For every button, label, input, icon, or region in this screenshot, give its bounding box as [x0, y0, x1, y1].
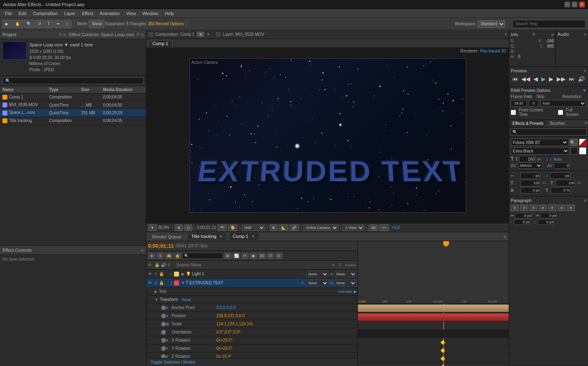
- kerning-select[interactable]: MetricsOptical: [518, 162, 542, 169]
- vt-view-select[interactable]: Active Camera: [303, 224, 338, 231]
- mask-btn[interactable]: ◉: [250, 253, 257, 259]
- tsumi-input[interactable]: [551, 187, 571, 194]
- kf-pos-1[interactable]: [440, 348, 445, 353]
- solo-btn[interactable]: S: [157, 253, 164, 259]
- prev-back[interactable]: ◀◀: [520, 75, 531, 83]
- motion-btn[interactable]: ⟳: [241, 253, 248, 259]
- layer-2-lock[interactable]: 🔒: [159, 280, 164, 286]
- menu-composition[interactable]: Composition: [30, 10, 61, 17]
- pos-stopwatch[interactable]: ⏱: [161, 314, 166, 318]
- menu-view[interactable]: View: [123, 10, 139, 17]
- project-table-row[interactable]: Title tracking Composition 0;00;04;05: [0, 117, 146, 124]
- rp-full-screen[interactable]: [558, 110, 563, 115]
- kerning-input[interactable]: [554, 162, 570, 169]
- rotate-tool[interactable]: ↺: [35, 20, 44, 28]
- project-search-input[interactable]: [2, 77, 144, 84]
- zoom-tool[interactable]: 🔍: [24, 20, 34, 28]
- effect-controls-menu[interactable]: ≡: [141, 32, 144, 37]
- font-weight-select[interactable]: Extra Black: [511, 147, 569, 155]
- space-before-input[interactable]: [514, 219, 530, 225]
- align-j3[interactable]: ≡: [558, 205, 566, 211]
- align-justify[interactable]: ≡: [539, 205, 547, 211]
- transform-header[interactable]: ▼ Transform Reset: [146, 296, 357, 304]
- scale-value[interactable]: 124.1,124.1,124.1%: [216, 322, 357, 326]
- clock-btn[interactable]: ⏱: [267, 253, 274, 259]
- snap-btn[interactable]: ⊡: [275, 253, 283, 259]
- hand-tool[interactable]: ✋: [12, 20, 23, 28]
- spacing-input-2[interactable]: [550, 172, 571, 179]
- vt-grid[interactable]: ⊞: [270, 224, 278, 231]
- kf-scale-1[interactable]: [440, 356, 445, 361]
- layer-2-mode[interactable]: None: [306, 280, 329, 286]
- font-family-select[interactable]: Futura XBlk BT: [511, 139, 568, 146]
- vt-quality-select[interactable]: HalfFullQuarter: [242, 224, 265, 231]
- font-bg-swatch[interactable]: [571, 147, 578, 155]
- playhead-marker[interactable]: [443, 241, 449, 247]
- prev-play[interactable]: ▶: [540, 75, 547, 83]
- toggle-switches-btn[interactable]: Toggle Switches / Modes: [148, 360, 198, 364]
- font-search-btn[interactable]: 🔍: [570, 139, 578, 146]
- align-j4[interactable]: ≡: [567, 205, 575, 211]
- lock-btn[interactable]: 🔒: [174, 253, 181, 259]
- effects-search-input[interactable]: [510, 129, 587, 135]
- para-menu[interactable]: ≡: [584, 198, 586, 203]
- tl-tab-render[interactable]: Render Queue: [149, 233, 185, 240]
- workspace-select[interactable]: Standard: [478, 20, 505, 28]
- align-j2[interactable]: ≡: [548, 205, 556, 211]
- baseline-input[interactable]: [520, 187, 541, 194]
- rp-skip-input[interactable]: [529, 100, 539, 107]
- vt-ruler[interactable]: 📐: [279, 224, 288, 231]
- layer-search-input[interactable]: [182, 253, 223, 259]
- space-after-input[interactable]: [538, 219, 554, 225]
- prev-step-back[interactable]: ◀: [533, 75, 539, 83]
- menu-window[interactable]: Window: [139, 10, 161, 17]
- effects-tab-2[interactable]: Brushes: [547, 120, 568, 127]
- vt-safe-zones[interactable]: ⊡: [184, 224, 192, 231]
- vt-zoom[interactable]: ▼: [148, 224, 157, 231]
- layer-2-parent[interactable]: None: [334, 280, 357, 286]
- layer-row-1[interactable]: 👁 ⊙ 🔒 1 ▶ 💡 Light 1 - . None ⊕ None: [146, 270, 357, 279]
- kf-anchor-1[interactable]: [440, 340, 445, 344]
- vt-fit[interactable]: ⊞: [175, 224, 183, 231]
- effects-tab-1[interactable]: Effects & Presets: [509, 120, 547, 127]
- project-panel-menu[interactable]: ≡: [63, 32, 66, 37]
- orient-stopwatch[interactable]: ⏱: [161, 330, 166, 335]
- ram-dropdown[interactable]: ▼: [582, 88, 586, 93]
- info-close[interactable]: ✕: [532, 32, 536, 37]
- audio-menu[interactable]: ≡: [584, 32, 586, 37]
- effect-panel-menu[interactable]: ≡: [141, 248, 144, 253]
- indent-left-input[interactable]: [515, 213, 531, 218]
- project-panel-close[interactable]: ✕: [59, 32, 62, 37]
- prev-step-fwd[interactable]: ▶: [548, 75, 554, 83]
- font-auto-label[interactable]: Auto: [553, 157, 562, 161]
- text-tool[interactable]: T: [45, 20, 53, 28]
- layer-1-mode[interactable]: None: [306, 271, 329, 277]
- prev-fwd[interactable]: ▶▶: [556, 75, 566, 83]
- comp-btn[interactable]: ⊞: [224, 253, 231, 259]
- menu-file[interactable]: File: [2, 10, 15, 17]
- menu-help[interactable]: Help: [161, 10, 177, 17]
- prev-last[interactable]: ⏭: [568, 75, 575, 83]
- project-table-row[interactable]: MVI_6535.MOV QuickTime ... MB 0;00;04;05: [0, 101, 146, 109]
- vt-snap[interactable]: 🔗: [290, 224, 299, 231]
- shape-tool[interactable]: □: [63, 20, 72, 28]
- layer-row-2[interactable]: 👁 ⊙ 🔒 2 ▼ T EXTRUDED TEXT - . ✎ None ⊕ N…: [146, 279, 357, 288]
- effects-menu[interactable]: ≡: [584, 120, 588, 127]
- scale-h-input[interactable]: [520, 180, 541, 186]
- scale-stopwatch[interactable]: ⏱: [161, 322, 166, 327]
- font-color-swatch[interactable]: [579, 139, 586, 146]
- rp-from-current[interactable]: [511, 110, 516, 115]
- font-size-input[interactable]: [519, 156, 536, 162]
- vt-camera[interactable]: 📷: [218, 224, 227, 231]
- layer-1-lock[interactable]: 🔒: [159, 271, 164, 277]
- record-options-button[interactable]: Record Options: [156, 22, 184, 26]
- tl-tab-title[interactable]: Title tracking ✕: [188, 233, 226, 240]
- menu-layer[interactable]: Layer: [61, 10, 79, 17]
- layer-1-vis[interactable]: 👁: [147, 271, 153, 277]
- tl-tab-comp1-close[interactable]: ✕: [251, 234, 255, 239]
- preview-menu[interactable]: ≡: [584, 68, 586, 73]
- xrot-value[interactable]: 0x+23.0°: [216, 338, 357, 342]
- layer-1-solo[interactable]: ⊙: [153, 271, 159, 277]
- layer-1-parent[interactable]: None: [334, 271, 357, 277]
- menu-edit[interactable]: Edit: [15, 10, 30, 17]
